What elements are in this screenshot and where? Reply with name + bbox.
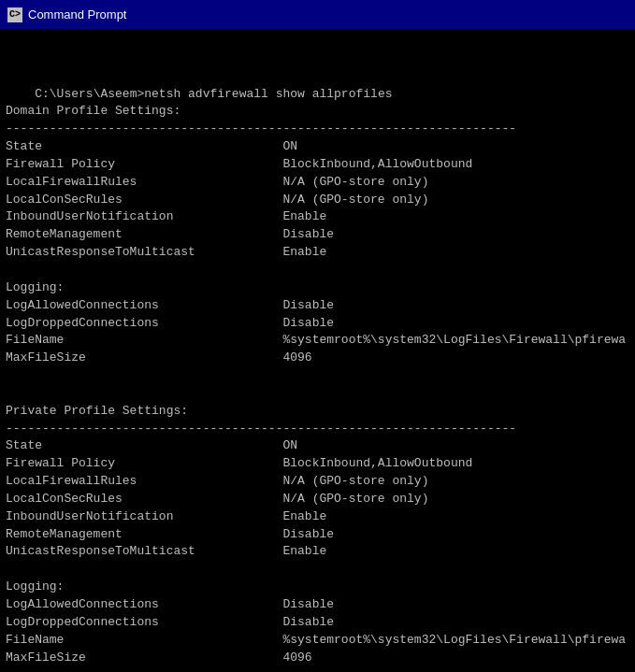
app-icon: C> bbox=[7, 7, 22, 22]
title-bar: C> Command Prompt bbox=[0, 0, 635, 29]
terminal-content: C:\Users\Aseem>netsh advfirewall show al… bbox=[6, 68, 629, 672]
command-line: C:\Users\Aseem>netsh advfirewall show al… bbox=[35, 87, 392, 101]
app-icon-label: C> bbox=[9, 9, 21, 20]
terminal-output: Domain Profile Settings: ---------------… bbox=[6, 104, 626, 672]
terminal-window[interactable]: C:\Users\Aseem>netsh advfirewall show al… bbox=[0, 29, 635, 672]
title-bar-text: Command Prompt bbox=[28, 7, 126, 21]
